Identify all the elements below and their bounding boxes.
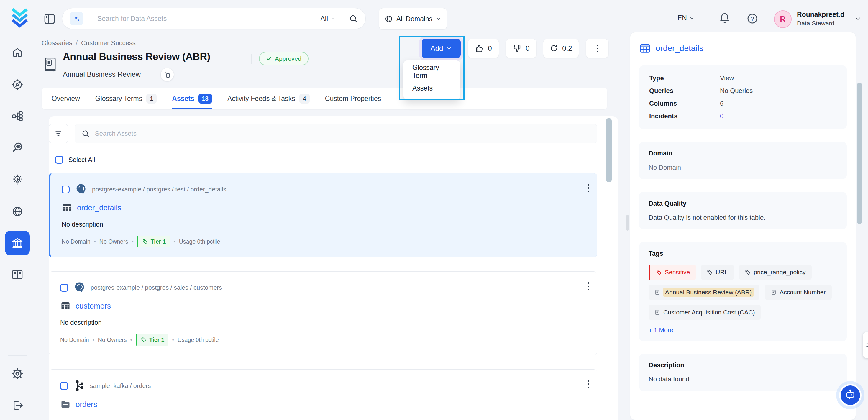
asset-name-link[interactable]: order_details (77, 203, 121, 212)
asset-list-panel: Select All postgres-example / postgres /… (49, 116, 618, 420)
settings-gear-icon[interactable] (0, 367, 35, 381)
term-tag-cac[interactable]: Customer Acquisition Cost (CAC) (649, 305, 761, 320)
status-badge[interactable]: Approved (259, 52, 309, 65)
asset-card-order-details[interactable]: postgres-example / postgres / test / ord… (49, 173, 597, 258)
asset-card-orders[interactable]: sample_kafka / orders orders (49, 369, 597, 420)
incidents-value-link[interactable]: 0 (720, 112, 837, 120)
more-actions-button[interactable] (586, 39, 609, 58)
tab-assets[interactable]: Assets 13 (172, 88, 212, 110)
breadcrumb-glossaries[interactable]: Glossaries (41, 39, 72, 47)
card-kebab-icon[interactable] (588, 184, 589, 192)
asset-usage: Usage 0th pctile (179, 238, 220, 245)
user-avatar[interactable]: R (774, 10, 792, 28)
tab-count-badge: 4 (299, 94, 310, 103)
tags-more-link[interactable]: + 1 More (649, 327, 837, 334)
upvote-button[interactable]: 0 (468, 39, 499, 58)
tag-icon (745, 270, 751, 275)
compass-icon[interactable] (0, 78, 35, 92)
panel-scrollbar[interactable] (857, 83, 862, 224)
user-role: Data Steward (797, 20, 834, 27)
card-kebab-icon[interactable] (588, 282, 589, 290)
type-label: Type (649, 74, 720, 82)
asset-checkbox[interactable] (60, 284, 68, 292)
tag-label: URL (715, 269, 728, 276)
menu-item-glossary-term[interactable]: Glossary Term (403, 63, 460, 80)
discovery-eye-icon[interactable] (0, 141, 35, 155)
language-selector[interactable]: EN (678, 14, 694, 22)
copy-icon[interactable] (161, 68, 174, 81)
upvote-count: 0 (488, 44, 492, 53)
domain-value: No Domain (649, 164, 837, 171)
term-tag-account-number[interactable]: Account Number (765, 284, 831, 300)
domains-dropdown[interactable]: All Domains (379, 8, 447, 30)
select-all-row: Select All (55, 156, 95, 164)
user-name: Rounakpreet.d (797, 11, 844, 19)
search-icon[interactable] (349, 14, 358, 23)
globe-icon[interactable] (0, 204, 35, 218)
title-divider (251, 54, 252, 64)
tag-price-range-policy[interactable]: price_range_policy (739, 265, 811, 280)
insights-bulb-icon[interactable] (0, 173, 35, 187)
asset-name-link[interactable]: orders (75, 400, 97, 409)
tab-custom-properties[interactable]: Custom Properties (325, 88, 381, 110)
filter-button[interactable] (49, 124, 68, 143)
search-divider (90, 13, 90, 24)
home-icon[interactable] (0, 46, 35, 60)
asset-checkbox[interactable] (60, 382, 68, 390)
postgres-icon (75, 183, 87, 195)
tag-icon (141, 337, 147, 343)
search-scope-dropdown[interactable]: All (320, 15, 336, 23)
tab-overview[interactable]: Overview (52, 88, 80, 110)
tier-tag[interactable]: Tier 1 (136, 334, 169, 346)
tag-sensitive[interactable]: Sensitive (649, 265, 696, 280)
search-icon (82, 129, 90, 138)
asset-search[interactable] (74, 124, 597, 143)
chatbot-button[interactable] (839, 384, 862, 407)
type-value: View (720, 74, 837, 82)
panel-title-link[interactable]: order_details (656, 44, 704, 53)
select-all-checkbox[interactable] (55, 156, 63, 164)
global-search-input[interactable] (97, 14, 320, 23)
add-button[interactable]: Add (422, 39, 461, 58)
breadcrumb-current[interactable]: Customer Success (81, 39, 136, 47)
thumbs-down-icon (513, 44, 522, 53)
breadcrumb-separator: / (76, 39, 78, 47)
edge-peek-button[interactable] (863, 332, 868, 358)
panel-toggle-icon[interactable] (43, 12, 56, 25)
description-card: Description No data found (639, 354, 847, 391)
tier-tag[interactable]: Tier 1 (137, 236, 170, 247)
tag-url[interactable]: URL (701, 265, 734, 280)
asset-name-link[interactable]: customers (75, 301, 111, 310)
asset-checkbox[interactable] (62, 185, 70, 193)
user-menu-chevron-icon[interactable] (855, 16, 861, 22)
global-search[interactable]: All (62, 8, 366, 29)
content-scrollbar[interactable] (626, 215, 628, 231)
tab-label: Overview (52, 95, 80, 102)
notifications-bell-icon[interactable] (719, 12, 731, 24)
asset-search-input[interactable] (94, 129, 590, 138)
add-button-label: Add (431, 44, 443, 53)
term-tag-abr[interactable]: Annual Business Review (ABR) (649, 284, 760, 300)
refresh-score-button[interactable]: 0.2 (543, 39, 579, 58)
asset-card-customers[interactable]: postgres-example / postgres / sales / cu… (49, 271, 597, 355)
downvote-button[interactable]: 0 (505, 39, 537, 58)
asset-list-scrollbar[interactable] (606, 118, 612, 182)
help-icon[interactable]: ? (746, 12, 758, 25)
robot-icon (844, 389, 857, 401)
table-icon (60, 301, 71, 311)
tabs-bar: Overview Glossary Terms 1 Assets 13 Acti… (41, 88, 607, 110)
tag-label: Customer Acquisition Cost (CAC) (663, 309, 755, 316)
tab-glossary-terms[interactable]: Glossary Terms 1 (95, 88, 157, 110)
atlan-logo[interactable] (10, 8, 30, 28)
asset-domain: No Domain (60, 336, 89, 343)
menu-item-assets[interactable]: Assets (403, 80, 460, 96)
ai-sparkle-icon[interactable] (70, 12, 84, 25)
lineage-icon[interactable] (0, 109, 35, 123)
tab-activity-feeds[interactable]: Activity Feeds & Tasks 4 (227, 88, 310, 110)
glossary-book-icon[interactable] (0, 268, 35, 282)
card-kebab-icon[interactable] (588, 380, 589, 388)
asset-domain: No Domain (62, 238, 91, 245)
logout-icon[interactable] (0, 398, 35, 412)
sidebar-item-governance-active[interactable] (5, 231, 30, 256)
asset-meta-row: No Domain No Owners Tier 1 Usage 0th pct… (60, 334, 586, 346)
